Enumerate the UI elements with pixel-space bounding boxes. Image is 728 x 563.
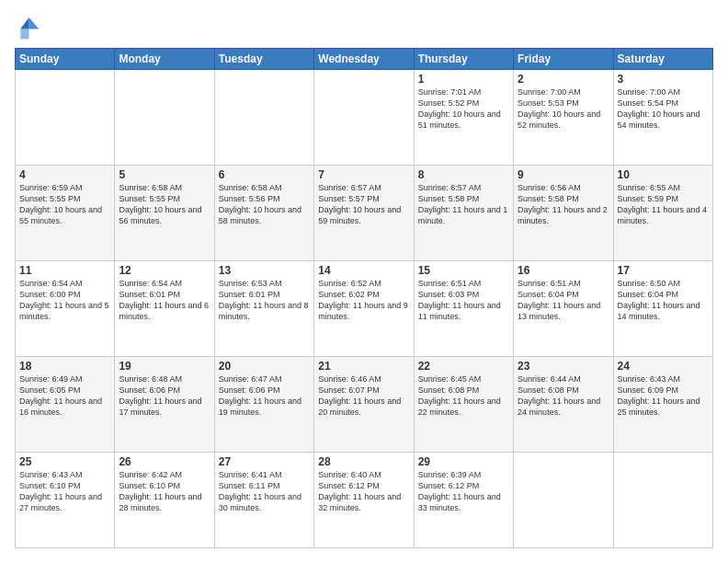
- day-number: 17: [618, 264, 709, 277]
- calendar-cell: [115, 70, 214, 166]
- cell-info: Sunrise: 6:43 AMSunset: 6:09 PMDaylight:…: [618, 373, 709, 419]
- weekday-header-monday: Monday: [115, 49, 214, 70]
- day-number: 2: [518, 73, 609, 86]
- day-number: 16: [518, 264, 609, 277]
- calendar-cell: 7Sunrise: 6:57 AMSunset: 5:57 PMDaylight…: [314, 166, 414, 261]
- cell-info: Sunrise: 6:47 AMSunset: 6:06 PMDaylight:…: [219, 373, 310, 419]
- day-number: 26: [119, 455, 210, 468]
- cell-info: Sunrise: 6:39 AMSunset: 6:12 PMDaylight:…: [418, 469, 509, 514]
- day-number: 3: [618, 73, 709, 86]
- day-number: 14: [318, 264, 409, 277]
- calendar-cell: 2Sunrise: 7:00 AMSunset: 5:53 PMDaylight…: [514, 70, 613, 166]
- day-number: 28: [318, 455, 409, 468]
- day-number: 29: [418, 455, 509, 468]
- svg-marker-2: [20, 29, 28, 40]
- calendar-cell: 16Sunrise: 6:51 AMSunset: 6:04 PMDayligh…: [514, 261, 613, 357]
- cell-info: Sunrise: 6:43 AMSunset: 6:10 PMDaylight:…: [19, 469, 110, 514]
- day-number: 25: [19, 455, 110, 468]
- calendar-cell: 24Sunrise: 6:43 AMSunset: 6:09 PMDayligh…: [613, 357, 712, 453]
- cell-info: Sunrise: 6:59 AMSunset: 5:55 PMDaylight:…: [19, 182, 110, 227]
- calendar-table: SundayMondayTuesdayWednesdayThursdayFrid…: [15, 48, 713, 548]
- day-number: 24: [618, 360, 709, 373]
- calendar-cell: 12Sunrise: 6:54 AMSunset: 6:01 PMDayligh…: [115, 261, 214, 357]
- calendar-cell: [613, 453, 712, 548]
- day-number: 21: [318, 360, 409, 373]
- calendar-cell: 23Sunrise: 6:44 AMSunset: 6:08 PMDayligh…: [514, 357, 613, 453]
- cell-info: Sunrise: 6:51 AMSunset: 6:04 PMDaylight:…: [518, 278, 609, 323]
- weekday-header-friday: Friday: [514, 49, 613, 70]
- day-number: 9: [518, 168, 609, 181]
- weekday-header-saturday: Saturday: [613, 49, 712, 70]
- cell-info: Sunrise: 6:44 AMSunset: 6:08 PMDaylight:…: [518, 373, 609, 419]
- cell-info: Sunrise: 6:53 AMSunset: 6:01 PMDaylight:…: [219, 278, 310, 323]
- calendar-cell: 6Sunrise: 6:58 AMSunset: 5:56 PMDaylight…: [214, 166, 313, 261]
- cell-info: Sunrise: 6:58 AMSunset: 5:56 PMDaylight:…: [219, 182, 310, 227]
- calendar-cell: 28Sunrise: 6:40 AMSunset: 6:12 PMDayligh…: [314, 453, 414, 548]
- calendar-cell: 22Sunrise: 6:45 AMSunset: 6:08 PMDayligh…: [414, 357, 513, 453]
- calendar-cell: 26Sunrise: 6:42 AMSunset: 6:10 PMDayligh…: [115, 453, 214, 548]
- calendar-cell: 27Sunrise: 6:41 AMSunset: 6:11 PMDayligh…: [214, 453, 313, 548]
- cell-info: Sunrise: 6:51 AMSunset: 6:03 PMDaylight:…: [418, 278, 509, 323]
- svg-marker-0: [29, 17, 40, 29]
- day-number: 18: [19, 360, 110, 373]
- header: [15, 15, 713, 40]
- weekday-header-sunday: Sunday: [16, 49, 115, 70]
- day-number: 23: [518, 360, 609, 373]
- calendar-cell: 9Sunrise: 6:56 AMSunset: 5:58 PMDaylight…: [514, 166, 613, 261]
- calendar-cell: 5Sunrise: 6:58 AMSunset: 5:55 PMDaylight…: [115, 166, 214, 261]
- cell-info: Sunrise: 6:46 AMSunset: 6:07 PMDaylight:…: [318, 373, 409, 419]
- week-row-4: 25Sunrise: 6:43 AMSunset: 6:10 PMDayligh…: [16, 453, 713, 548]
- calendar-cell: 19Sunrise: 6:48 AMSunset: 6:06 PMDayligh…: [115, 357, 214, 453]
- day-number: 22: [418, 360, 509, 373]
- calendar-cell: 15Sunrise: 6:51 AMSunset: 6:03 PMDayligh…: [414, 261, 513, 357]
- day-number: 4: [19, 168, 110, 181]
- weekday-header-thursday: Thursday: [414, 49, 513, 70]
- day-number: 20: [219, 360, 310, 373]
- cell-info: Sunrise: 6:41 AMSunset: 6:11 PMDaylight:…: [219, 469, 310, 514]
- calendar-cell: 25Sunrise: 6:43 AMSunset: 6:10 PMDayligh…: [16, 453, 115, 548]
- calendar-cell: 4Sunrise: 6:59 AMSunset: 5:55 PMDaylight…: [16, 166, 115, 261]
- calendar-cell: 17Sunrise: 6:50 AMSunset: 6:04 PMDayligh…: [613, 261, 712, 357]
- cell-info: Sunrise: 6:48 AMSunset: 6:06 PMDaylight:…: [119, 373, 210, 419]
- day-number: 19: [119, 360, 210, 373]
- week-row-3: 18Sunrise: 6:49 AMSunset: 6:05 PMDayligh…: [16, 357, 713, 453]
- cell-info: Sunrise: 6:54 AMSunset: 6:01 PMDaylight:…: [119, 278, 210, 323]
- calendar-cell: 10Sunrise: 6:55 AMSunset: 5:59 PMDayligh…: [613, 166, 712, 261]
- cell-info: Sunrise: 6:50 AMSunset: 6:04 PMDaylight:…: [618, 278, 709, 323]
- cell-info: Sunrise: 6:57 AMSunset: 5:57 PMDaylight:…: [318, 182, 409, 227]
- week-row-1: 4Sunrise: 6:59 AMSunset: 5:55 PMDaylight…: [16, 166, 713, 261]
- day-number: 7: [318, 168, 409, 181]
- day-number: 8: [418, 168, 509, 181]
- cell-info: Sunrise: 6:52 AMSunset: 6:02 PMDaylight:…: [318, 278, 409, 323]
- cell-info: Sunrise: 6:56 AMSunset: 5:58 PMDaylight:…: [518, 182, 609, 227]
- calendar-cell: [514, 453, 613, 548]
- cell-info: Sunrise: 7:01 AMSunset: 5:52 PMDaylight:…: [418, 86, 509, 132]
- calendar-cell: 13Sunrise: 6:53 AMSunset: 6:01 PMDayligh…: [214, 261, 313, 357]
- day-number: 10: [618, 168, 709, 181]
- day-number: 15: [418, 264, 509, 277]
- week-row-0: 1Sunrise: 7:01 AMSunset: 5:52 PMDaylight…: [16, 70, 713, 166]
- day-number: 6: [219, 168, 310, 181]
- cell-info: Sunrise: 6:42 AMSunset: 6:10 PMDaylight:…: [119, 469, 210, 514]
- calendar-cell: 20Sunrise: 6:47 AMSunset: 6:06 PMDayligh…: [214, 357, 313, 453]
- day-number: 1: [418, 73, 509, 86]
- calendar-cell: 18Sunrise: 6:49 AMSunset: 6:05 PMDayligh…: [16, 357, 115, 453]
- cell-info: Sunrise: 7:00 AMSunset: 5:54 PMDaylight:…: [618, 86, 709, 132]
- calendar-cell: 21Sunrise: 6:46 AMSunset: 6:07 PMDayligh…: [314, 357, 414, 453]
- day-number: 13: [219, 264, 310, 277]
- cell-info: Sunrise: 7:00 AMSunset: 5:53 PMDaylight:…: [518, 86, 609, 132]
- page: SundayMondayTuesdayWednesdayThursdayFrid…: [0, 0, 728, 563]
- day-number: 12: [119, 264, 210, 277]
- calendar-cell: 29Sunrise: 6:39 AMSunset: 6:12 PMDayligh…: [414, 453, 513, 548]
- cell-info: Sunrise: 6:57 AMSunset: 5:58 PMDaylight:…: [418, 182, 509, 227]
- calendar-cell: 8Sunrise: 6:57 AMSunset: 5:58 PMDaylight…: [414, 166, 513, 261]
- calendar-cell: [314, 70, 414, 166]
- calendar-cell: 14Sunrise: 6:52 AMSunset: 6:02 PMDayligh…: [314, 261, 414, 357]
- cell-info: Sunrise: 6:40 AMSunset: 6:12 PMDaylight:…: [318, 469, 409, 514]
- calendar-cell: 1Sunrise: 7:01 AMSunset: 5:52 PMDaylight…: [414, 70, 513, 166]
- calendar-cell: [16, 70, 115, 166]
- day-number: 5: [119, 168, 210, 181]
- week-row-2: 11Sunrise: 6:54 AMSunset: 6:00 PMDayligh…: [16, 261, 713, 357]
- calendar-cell: 3Sunrise: 7:00 AMSunset: 5:54 PMDaylight…: [613, 70, 712, 166]
- weekday-header-wednesday: Wednesday: [314, 49, 414, 70]
